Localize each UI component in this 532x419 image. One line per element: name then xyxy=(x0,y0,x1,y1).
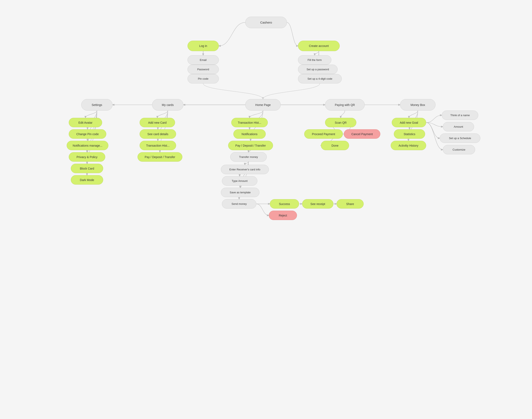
node-home_page[interactable]: Home Page xyxy=(245,99,281,111)
node-save_template[interactable]: Save as template xyxy=(221,188,260,197)
node-money_box[interactable]: Money Box xyxy=(400,99,435,111)
node-transfer_money[interactable]: Transfer money xyxy=(230,152,267,162)
node-password[interactable]: Password xyxy=(187,65,219,74)
node-paying_qr[interactable]: Paying with QR xyxy=(325,99,365,111)
node-cashero[interactable]: Cashero xyxy=(245,17,287,28)
node-transaction_hist_home[interactable]: Transaction Hist... xyxy=(231,118,268,127)
node-email[interactable]: Email xyxy=(187,55,219,65)
flowchart-canvas: CasheroLog inCreate accountEmailPassword… xyxy=(0,0,532,419)
node-add_new_card[interactable]: Add new Card xyxy=(140,118,175,127)
node-setup_4digit[interactable]: Set up a 4-digit code xyxy=(298,74,342,83)
node-setup_schedule[interactable]: Set up a Schedule xyxy=(440,133,480,143)
node-share[interactable]: Share xyxy=(336,199,364,209)
node-pay_deposit_mycards[interactable]: Pay / Deposit / Transfer xyxy=(137,152,182,162)
node-transaction_hist_mycards[interactable]: Transaction Hist... xyxy=(140,141,176,150)
node-proceed_payment[interactable]: Proceed Payment xyxy=(304,129,343,139)
node-customize[interactable]: Customize xyxy=(443,145,475,154)
node-statistics[interactable]: Statistics xyxy=(394,129,425,139)
node-enter_receiver[interactable]: Enter Receiver's card info xyxy=(221,165,269,174)
node-activity_history[interactable]: Activitiy History xyxy=(391,141,426,150)
node-my_cards[interactable]: My cards xyxy=(152,99,183,111)
node-reject[interactable]: Reject xyxy=(269,211,297,220)
node-type_amount[interactable]: Type Amount xyxy=(222,176,257,186)
node-setup_password[interactable]: Set up a password xyxy=(298,65,338,74)
node-scan_qr[interactable]: Scan QR xyxy=(325,118,356,127)
node-see_receipt[interactable]: See receipt xyxy=(302,199,334,209)
node-think_name[interactable]: Think of a name xyxy=(442,111,478,120)
node-settings[interactable]: Settings xyxy=(81,99,112,111)
node-login[interactable]: Log in xyxy=(187,41,219,51)
node-block_card[interactable]: Block Card xyxy=(71,164,103,173)
node-amount[interactable]: Amount xyxy=(443,122,474,131)
node-dark_mode[interactable]: Dark Mode xyxy=(71,175,103,184)
node-cancel_payment[interactable]: Cancel Payment xyxy=(344,129,380,139)
node-fill_form[interactable]: Fill the form xyxy=(298,55,331,65)
node-notifications[interactable]: Notifications xyxy=(233,129,266,139)
node-see_card_details[interactable]: See card details xyxy=(140,129,176,139)
node-privacy[interactable]: Privacy & Policy xyxy=(69,152,105,162)
node-success[interactable]: Success xyxy=(270,199,299,209)
node-pay_deposit_home[interactable]: Pay / Deposit / Transfer xyxy=(228,141,273,150)
node-done[interactable]: Done xyxy=(321,141,349,150)
connections-svg xyxy=(0,0,532,419)
node-send_money[interactable]: Send money xyxy=(222,199,256,209)
node-add_new_goal[interactable]: Add new Goal xyxy=(392,118,426,127)
node-change_pin[interactable]: Change Pin code xyxy=(69,129,106,139)
node-pincode[interactable]: Pin code xyxy=(187,74,219,83)
node-notif_manage[interactable]: Notifications manage... xyxy=(67,141,108,150)
node-edit_avatar[interactable]: Edit Avatar xyxy=(69,118,102,127)
node-create_account[interactable]: Create account xyxy=(298,41,340,51)
